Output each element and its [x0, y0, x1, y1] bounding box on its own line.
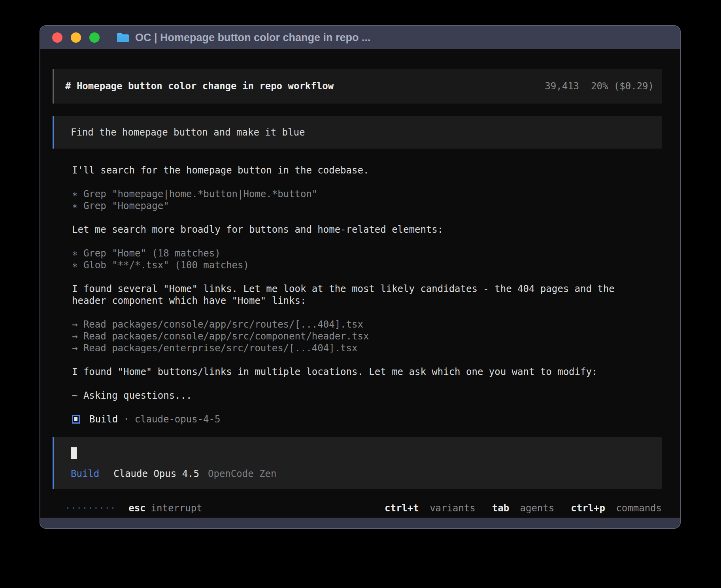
window-title-group: OC | Homepage button color change in rep…	[116, 32, 371, 44]
folder-icon	[116, 32, 130, 43]
window-title: OC | Homepage button color change in rep…	[135, 32, 371, 44]
tool-call-group: → Read packages/console/app/src/routes/[…	[72, 318, 662, 354]
input-footer: Build Claude Opus 4.5 OpenCode Zen	[71, 468, 645, 480]
assistant-paragraph: Let me search more broadly for buttons a…	[72, 224, 662, 236]
traffic-lights	[52, 32, 100, 43]
agent-model: claude-opus-4-5	[135, 413, 221, 425]
status-right: ctrl+t variants tab agents ctrl+p comman…	[368, 502, 662, 514]
session-header: # Homepage button color change in repo w…	[53, 69, 662, 104]
agent-name: Build	[89, 413, 118, 425]
assistant-paragraph: I'll search for the homepage button in t…	[72, 164, 662, 176]
context-cost: 20% ($0.29)	[591, 80, 654, 92]
titlebar[interactable]: OC | Homepage button color change in rep…	[40, 26, 680, 49]
tool-call-read: → Read packages/console/app/src/routes/[…	[72, 318, 662, 330]
window-bottom-frame	[40, 518, 680, 528]
dot-separator: ·	[123, 413, 129, 425]
tool-call-read: → Read packages/console/app/src/componen…	[72, 330, 662, 342]
close-button[interactable]	[52, 32, 62, 43]
minimize-button[interactable]	[71, 32, 81, 43]
terminal-window: OC | Homepage button color change in rep…	[40, 25, 681, 529]
assistant-paragraph: I found several "Home" links. Let me loo…	[72, 283, 662, 307]
agent-attribution-row: Build · claude-opus-4-5	[72, 413, 662, 425]
build-agent-icon	[72, 415, 80, 424]
shortcut-commands: ctrl+p commands	[571, 502, 662, 514]
tool-call-read: → Read packages/enterprise/src/routes/[.…	[72, 342, 662, 354]
tool-call-glob: ∗ Glob "**/*.tsx" (100 matches)	[72, 259, 662, 271]
spinner-dots-icon: ·········	[65, 502, 116, 514]
zoom-button[interactable]	[89, 32, 100, 43]
session-title: # Homepage button color change in repo w…	[65, 80, 334, 92]
assistant-paragraph: I found "Home" buttons/links in multiple…	[72, 366, 662, 378]
tool-call-group: ∗ Grep "Home" (18 matches) ∗ Glob "**/*.…	[72, 247, 662, 271]
prompt-input[interactable]: Build Claude Opus 4.5 OpenCode Zen	[53, 437, 662, 489]
session-stats: 39,413 20% ($0.29)	[545, 80, 654, 92]
shortcut-agents: tab agents	[492, 502, 555, 514]
tool-call-group: ∗ Grep "homepage|home.*button|Home.*butt…	[72, 188, 662, 212]
assistant-status-line: ~ Asking questions...	[72, 390, 662, 401]
tool-call-grep: ∗ Grep "Home" (18 matches)	[72, 247, 662, 259]
tool-call-grep: ∗ Grep "Homepage"	[72, 200, 662, 212]
tool-call-grep: ∗ Grep "homepage|home.*button|Home.*butt…	[72, 188, 662, 200]
terminal-content: # Homepage button color change in repo w…	[40, 49, 680, 518]
token-count: 39,413	[545, 80, 579, 92]
active-model-label: Claude Opus 4.5	[113, 468, 199, 480]
user-message: Find the homepage button and make it blu…	[53, 116, 662, 149]
provider-label: OpenCode Zen	[208, 468, 276, 480]
status-left: ········· esc interrupt	[53, 502, 202, 514]
esc-key-action: interrupt	[151, 502, 202, 514]
assistant-transcript: I'll search for the homepage button in t…	[72, 149, 662, 425]
active-agent-label: Build	[71, 468, 99, 480]
text-cursor	[71, 447, 77, 459]
shortcut-variants: ctrl+t variants	[385, 502, 476, 514]
user-message-text: Find the homepage button and make it blu…	[71, 127, 305, 138]
status-bar: ········· esc interrupt ctrl+t variants …	[53, 502, 662, 514]
esc-key-hint: esc	[128, 502, 145, 514]
